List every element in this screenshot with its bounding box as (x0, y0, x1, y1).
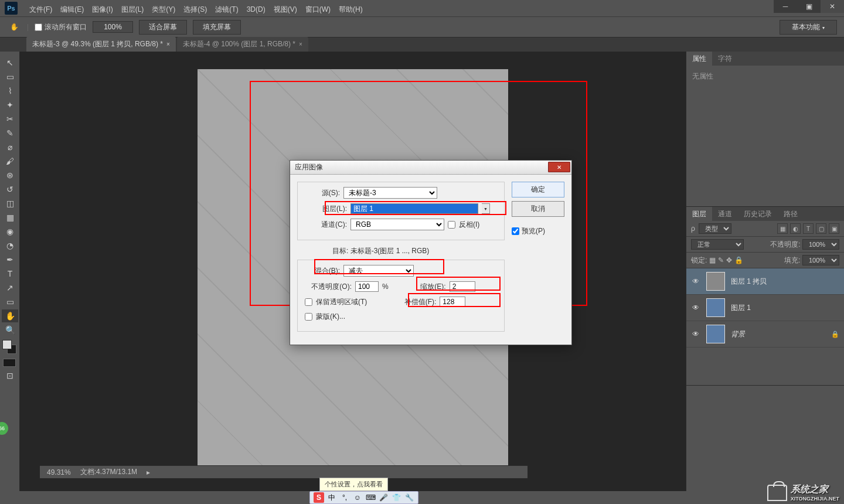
watermark-line1: 系统之家 (791, 483, 839, 496)
menu-file[interactable]: 文件(F) (29, 5, 52, 15)
visibility-icon[interactable]: 👁 (691, 277, 700, 285)
lasso-tool-icon[interactable]: ⌇ (2, 84, 18, 97)
emoji-icon[interactable]: ☺ (352, 492, 363, 503)
ime-bar[interactable]: S 中 °, ☺ ⌨ 🎤 👕 🔧 (309, 491, 418, 504)
blur-tool-icon[interactable]: ◉ (2, 225, 18, 238)
menu-image[interactable]: 图像(I) (92, 5, 113, 15)
screen-mode-icon[interactable]: ⊡ (2, 369, 18, 382)
menu-3d[interactable]: 3D(D) (247, 5, 266, 13)
channel-select[interactable]: RGB (350, 219, 444, 230)
healing-tool-icon[interactable]: ⌀ (2, 141, 18, 154)
lock-trans-icon[interactable]: ▦ (709, 256, 716, 264)
gradient-tool-icon[interactable]: ▦ (2, 211, 18, 224)
fit-screen-button[interactable]: 适合屏幕 (139, 20, 187, 35)
stamp-tool-icon[interactable]: ⊛ (2, 169, 18, 182)
history-brush-tool-icon[interactable]: ↺ (2, 183, 18, 196)
layer-row-1[interactable]: 👁 图层 1 (686, 295, 844, 321)
opacity-input[interactable] (355, 281, 379, 292)
path-tool-icon[interactable]: ↗ (2, 281, 18, 294)
dialog-close-button[interactable]: ✕ (548, 162, 570, 172)
lock-pos-icon[interactable]: ✥ (726, 256, 732, 264)
chevron-down-icon[interactable]: ▼ (482, 203, 490, 214)
ime-lang[interactable]: 中 (326, 492, 337, 503)
tab-layers[interactable]: 图层 (686, 207, 712, 222)
visibility-icon[interactable]: 👁 (691, 330, 700, 338)
filter-smart-icon[interactable]: ▣ (829, 223, 839, 234)
dodge-tool-icon[interactable]: ◔ (2, 239, 18, 252)
brush-tool-icon[interactable]: 🖌 (2, 155, 18, 168)
source-select[interactable]: 未标题-3 (343, 187, 437, 199)
layer-filter-kind[interactable]: 类型 (699, 223, 731, 234)
scale-input[interactable] (450, 281, 475, 292)
doc-tab-2[interactable]: 未标题-4 @ 100% (图层 1, RGB/8) * × (177, 37, 308, 52)
lock-paint-icon[interactable]: ✎ (718, 256, 724, 264)
menu-select[interactable]: 选择(S) (183, 5, 207, 15)
eyedropper-tool-icon[interactable]: ✎ (2, 127, 18, 139)
close-icon[interactable]: × (166, 41, 170, 47)
layer-row-copy[interactable]: 👁 图层 1 拷贝 (686, 268, 844, 295)
menu-view[interactable]: 视图(V) (274, 5, 297, 15)
toolbox-icon[interactable]: 🔧 (404, 492, 414, 503)
marquee-tool-icon[interactable]: ▭ (2, 70, 18, 83)
menu-window[interactable]: 窗口(W) (305, 5, 331, 15)
layer-row-bg[interactable]: 👁 背景 🔒 (686, 321, 844, 348)
close-icon[interactable]: × (299, 41, 302, 47)
filter-adj-icon[interactable]: ◐ (790, 223, 801, 234)
menu-layer[interactable]: 图层(L) (121, 5, 144, 15)
layer-opacity[interactable]: 100% (802, 239, 839, 250)
workspace-switcher[interactable]: 基本功能 (780, 20, 837, 35)
wand-tool-icon[interactable]: ✦ (2, 98, 18, 111)
close-button[interactable]: ✕ (821, 0, 844, 13)
filter-type-icon[interactable]: T (803, 223, 814, 234)
doc-tab-1[interactable]: 未标题-3 @ 49.3% (图层 1 拷贝, RGB/8) * × (26, 37, 176, 52)
scroll-all-checkbox[interactable]: 滚动所有窗口 (35, 22, 87, 32)
skin-icon[interactable]: 👕 (391, 492, 401, 503)
preserve-trans-checkbox[interactable] (305, 298, 312, 306)
eraser-tool-icon[interactable]: ◫ (2, 197, 18, 210)
filter-pixel-icon[interactable]: ▦ (777, 223, 788, 234)
offset-input[interactable] (440, 297, 465, 307)
tab-channels[interactable]: 通道 (712, 207, 738, 222)
dialog-title-bar[interactable]: 应用图像 ✕ (290, 161, 571, 175)
hand-tool-icon[interactable]: ✋ (2, 309, 18, 322)
voice-icon[interactable]: 🎤 (378, 492, 389, 503)
keyboard-icon[interactable]: ⌨ (365, 492, 376, 503)
move-tool-icon[interactable]: ↖ (2, 56, 18, 69)
menu-edit[interactable]: 编辑(E) (60, 5, 84, 15)
crop-tool-icon[interactable]: ✂ (2, 113, 18, 125)
cancel-button[interactable]: 取消 (512, 201, 564, 217)
punct-icon[interactable]: °, (339, 492, 350, 503)
color-swatches[interactable] (2, 340, 16, 354)
visibility-icon[interactable]: 👁 (691, 304, 700, 312)
ok-button[interactable]: 确定 (512, 182, 564, 197)
menu-filter[interactable]: 滤镜(T) (215, 5, 238, 15)
blend-select[interactable]: 减去 (343, 265, 414, 277)
sogou-icon[interactable]: S (314, 492, 324, 503)
mask-checkbox[interactable] (305, 313, 312, 321)
zoom-status[interactable]: 49.31% (47, 468, 71, 476)
filter-shape-icon[interactable]: ▢ (816, 223, 826, 234)
zoom-tool-icon[interactable]: 🔍 (2, 323, 18, 336)
chevron-right-icon[interactable]: ▸ (147, 468, 150, 476)
layer-select[interactable]: 图层 1 (350, 203, 478, 214)
maximize-button[interactable]: ▣ (797, 0, 821, 13)
shape-tool-icon[interactable]: ▭ (2, 295, 18, 308)
tab-properties[interactable]: 属性 (686, 52, 712, 66)
blend-mode-select[interactable]: 正常 (691, 239, 744, 250)
menu-help[interactable]: 帮助(H) (339, 5, 363, 15)
menu-type[interactable]: 类型(Y) (152, 5, 175, 15)
tab-paths[interactable]: 路径 (778, 207, 804, 222)
invert-checkbox[interactable] (448, 221, 455, 229)
preview-checkbox[interactable]: 预览(P) (512, 226, 564, 236)
fill-screen-button[interactable]: 填充屏幕 (193, 20, 241, 35)
tab-history[interactable]: 历史记录 (738, 207, 778, 222)
tab-character[interactable]: 字符 (712, 52, 738, 66)
layer-fill[interactable]: 100% (802, 255, 839, 265)
type-tool-icon[interactable]: T (2, 267, 18, 280)
pen-tool-icon[interactable]: ✒ (2, 253, 18, 266)
zoom-level-box[interactable]: 100% (93, 21, 133, 33)
minimize-button[interactable]: ─ (774, 0, 797, 13)
doc-size-status[interactable]: 文档:4.37M/13.1M (80, 467, 137, 477)
quick-mask-icon[interactable] (3, 359, 16, 367)
lock-all-icon[interactable]: 🔒 (734, 256, 743, 264)
